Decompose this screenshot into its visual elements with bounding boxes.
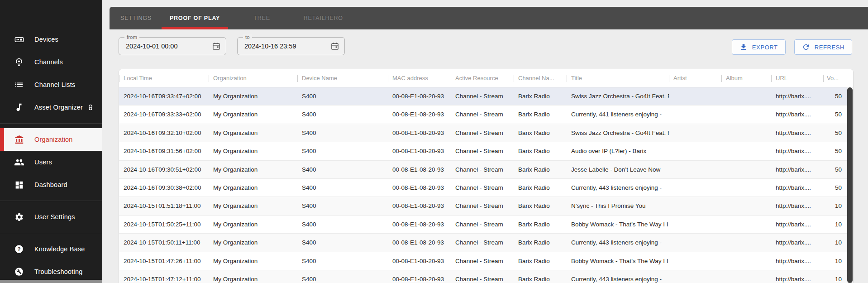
cell-mac-address: 00-08-E1-08-20-93: [388, 216, 451, 233]
cell-volume: 50: [823, 142, 848, 160]
cell-album: [721, 197, 771, 215]
sidebar-item-knowledge-base[interactable]: ? Knowledge Base: [0, 238, 102, 260]
sidebar-item-devices[interactable]: Devices: [0, 28, 102, 51]
calendar-icon[interactable]: [212, 42, 221, 51]
date-from-label: from: [124, 34, 139, 40]
table-row[interactable]: 2024-10-15T01:47:26+11:00 My Organizatio…: [119, 252, 847, 270]
tab-settings[interactable]: SETTINGS: [112, 7, 160, 29]
cell-url: http://barix....: [771, 142, 823, 160]
list-icon: [14, 79, 24, 90]
sidebar-item-organization[interactable]: Organization: [0, 128, 102, 151]
cell-title: Bobby Womack - That’s The Way I I: [567, 216, 669, 233]
date-to-value[interactable]: 2024-10-16 23:59: [238, 43, 330, 50]
cell-volume: 50: [823, 106, 848, 123]
proof-of-play-table: Local TimeOrganizationDevice NameMAC add…: [119, 69, 854, 283]
cell-title: Currently, 443 listeners enjoying -: [567, 270, 669, 283]
cell-mac-address: 00-08-E1-08-20-93: [388, 106, 451, 123]
cell-album: [721, 106, 771, 123]
column-header[interactable]: Local Time: [119, 69, 209, 87]
sidebar-divider: [0, 233, 102, 233]
app-window: Devices Channels Channel Lists Asset Org…: [0, 0, 868, 283]
svg-text:?: ?: [18, 246, 21, 252]
column-header[interactable]: Device Name: [297, 69, 388, 87]
cell-local-time: 2024-10-16T09:31:56+02:00: [119, 142, 209, 160]
wrench-circle-icon: [14, 266, 24, 277]
table-scrollbar-thumb[interactable]: [847, 87, 853, 283]
bank-icon: [14, 134, 24, 145]
refresh-icon: [802, 43, 810, 51]
table-scrollbar[interactable]: [847, 87, 853, 283]
cell-organization: My Organization: [209, 87, 297, 105]
cell-mac-address: 00-08-E1-08-20-93: [388, 87, 451, 105]
cell-volume: 50: [823, 124, 848, 142]
column-header[interactable]: MAC address: [388, 69, 451, 87]
tab-tree[interactable]: TREE: [245, 7, 278, 29]
table-row[interactable]: 2024-10-16T09:31:56+02:00 My Organizatio…: [119, 142, 847, 160]
export-button[interactable]: EXPORT: [732, 39, 786, 55]
cell-device-name: S400: [297, 87, 388, 105]
cell-active-resource: Channel - Stream: [451, 179, 514, 197]
table-row[interactable]: 2024-10-15T01:51:18+11:00 My Organizatio…: [119, 197, 847, 215]
table-body: 2024-10-16T09:33:47+02:00 My Organizatio…: [119, 87, 847, 283]
sidebar: Devices Channels Channel Lists Asset Org…: [0, 0, 102, 283]
cell-volume: 10: [823, 216, 848, 233]
cell-album: [721, 87, 771, 105]
table-row[interactable]: 2024-10-15T01:50:25+11:00 My Organizatio…: [119, 216, 847, 234]
column-header[interactable]: Title: [567, 69, 669, 87]
cell-organization: My Organization: [209, 142, 297, 160]
column-header[interactable]: Channel Na...: [514, 69, 567, 87]
column-header[interactable]: Album: [721, 69, 771, 87]
column-header[interactable]: Organization: [209, 69, 297, 87]
cell-organization: My Organization: [209, 161, 297, 178]
column-header[interactable]: URL: [771, 69, 823, 87]
cell-local-time: 2024-10-16T09:33:33+02:00: [119, 106, 209, 123]
date-to-field[interactable]: to 2024-10-16 23:59: [237, 37, 345, 55]
cell-organization: My Organization: [209, 270, 297, 283]
cell-artist: [669, 87, 721, 105]
refresh-button-label: REFRESH: [815, 44, 844, 51]
column-header[interactable]: Artist: [669, 69, 721, 87]
table-row[interactable]: 2024-10-16T09:30:51+02:00 My Organizatio…: [119, 161, 847, 179]
certificate-badge-icon: [86, 103, 95, 111]
table-row[interactable]: 2024-10-16T09:32:10+02:00 My Organizatio…: [119, 124, 847, 142]
cell-volume: 10: [823, 252, 848, 270]
sidebar-item-channels[interactable]: Channels: [0, 51, 102, 73]
cell-album: [721, 124, 771, 142]
sidebar-item-asset-organizer[interactable]: Asset Organizer: [0, 96, 102, 119]
cell-title: Jesse Labelle - Don’t Leave Now: [567, 161, 669, 178]
sidebar-item-dashboard[interactable]: Dashboard: [0, 173, 102, 196]
sidebar-item-users[interactable]: Users: [0, 151, 102, 173]
sidebar-item-user-settings[interactable]: User Settings: [0, 206, 102, 228]
cell-url: http://barix....: [771, 197, 823, 215]
cell-active-resource: Channel - Stream: [451, 124, 514, 142]
column-header[interactable]: Active Resource: [451, 69, 514, 87]
sidebar-item-label: Channels: [34, 58, 63, 66]
cell-mac-address: 00-08-E1-08-20-93: [388, 252, 451, 270]
cell-mac-address: 00-08-E1-08-20-93: [388, 197, 451, 215]
tab-retailhero[interactable]: RETAILHERO: [296, 7, 351, 29]
date-from-value[interactable]: 2024-10-01 00:00: [119, 43, 212, 50]
table-row[interactable]: 2024-10-15T01:47:12+11:00 My Organizatio…: [119, 270, 847, 283]
export-button-label: EXPORT: [752, 44, 778, 51]
refresh-button[interactable]: REFRESH: [794, 39, 852, 55]
sidebar-item-channel-lists[interactable]: Channel Lists: [0, 73, 102, 96]
cell-album: [721, 179, 771, 197]
table-row[interactable]: 2024-10-16T09:33:33+02:00 My Organizatio…: [119, 106, 847, 124]
cell-url: http://barix....: [771, 87, 823, 105]
cell-channel-name: Barix Radio: [514, 87, 567, 105]
cell-active-resource: Channel - Stream: [451, 270, 514, 283]
table-row[interactable]: 2024-10-15T01:50:11+11:00 My Organizatio…: [119, 234, 847, 252]
calendar-icon[interactable]: [330, 42, 339, 51]
date-to-label: to: [243, 34, 252, 40]
cell-organization: My Organization: [209, 197, 297, 215]
table-row[interactable]: 2024-10-16T09:30:38+02:00 My Organizatio…: [119, 179, 847, 197]
column-header[interactable]: Vo...: [823, 69, 848, 87]
sidebar-horizontal-scrollbar[interactable]: [0, 280, 102, 283]
date-from-field[interactable]: from 2024-10-01 00:00: [119, 37, 226, 55]
cell-title: Swiss Jazz Orchestra - Go4It Feat. F: [567, 87, 669, 105]
cell-active-resource: Channel - Stream: [451, 87, 514, 105]
table-row[interactable]: 2024-10-16T09:33:47+02:00 My Organizatio…: [119, 87, 847, 106]
sidebar-divider: [0, 123, 102, 124]
cell-mac-address: 00-08-E1-08-20-93: [388, 142, 451, 160]
tab-proof-of-play[interactable]: PROOF OF PLAY: [162, 7, 228, 29]
